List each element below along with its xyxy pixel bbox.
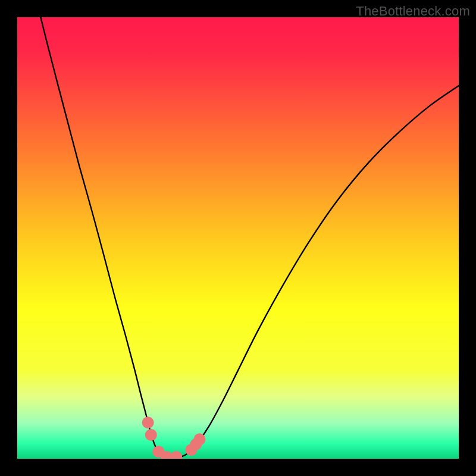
marker-point (193, 433, 205, 445)
gradient-background (17, 17, 459, 459)
plot-area (17, 17, 459, 459)
outer-frame: TheBottleneck.com (0, 0, 476, 476)
chart-svg (17, 17, 459, 459)
marker-point (145, 429, 157, 441)
marker-point (142, 416, 154, 428)
